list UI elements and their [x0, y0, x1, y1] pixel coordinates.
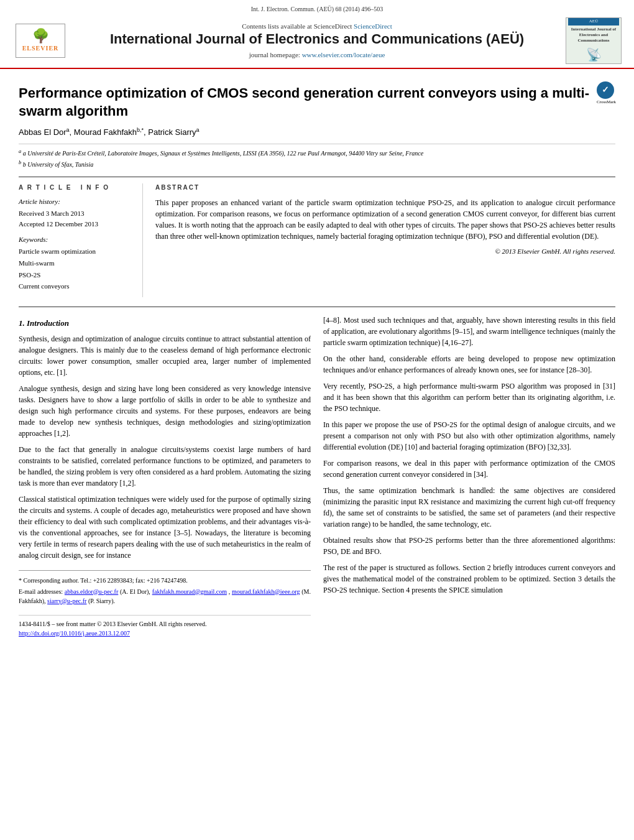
elsevier-tree-icon: 🌳: [32, 29, 49, 43]
email-siarry-name: (P. Siarry).: [88, 598, 115, 604]
affil-b-sup: b: [19, 160, 21, 165]
footnote-corresponding: * Corresponding author. Tel.: +216 22893…: [19, 576, 311, 585]
affil-a-sup: a: [19, 149, 21, 154]
author-eldor: Abbas El Dor: [19, 128, 67, 137]
article-title: Performance optimization of CMOS second …: [19, 85, 590, 120]
cover-journal-name: International Journal of Electronics and…: [568, 27, 619, 44]
journal-homepage: journal homepage: www.elsevier.com/locat…: [75, 50, 559, 60]
right-para-1: [4–8]. Most used such techniques and tha…: [323, 315, 615, 348]
keyword-3: PSO-2S: [19, 269, 133, 281]
article-accepted: Accepted 12 December 2013: [19, 219, 133, 230]
article-info-col: A R T I C L E I N F O Article history: R…: [19, 183, 143, 297]
elsevier-wordmark: ELSEVIER: [22, 44, 59, 53]
issn-text: 1434-8411/$ – see front matter © 2013 El…: [19, 619, 206, 629]
article-received: Received 3 March 2013: [19, 208, 133, 219]
footnote-area: * Corresponding author. Tel.: +216 22893…: [19, 570, 311, 606]
journal-cover-image: AEÜ International Journal of Electronics…: [566, 17, 622, 64]
affil-b: b b University of Sfax, Tunisia: [19, 159, 615, 169]
author-eldor-sup: a: [67, 127, 70, 133]
journal-title: International Journal of Electronics and…: [75, 31, 559, 47]
right-para-7: Obtained results show that PSO-2S perfor…: [323, 535, 615, 557]
right-para-5: For comparison reasons, we deal in this …: [323, 458, 615, 480]
author-fakhfakh: Mourad Fakhfakh: [74, 128, 137, 137]
left-column: 1. Introduction Synthesis, design and op…: [19, 315, 311, 638]
intro-para-1: Synthesis, design and optimization of an…: [19, 333, 311, 378]
right-para-2: On the other hand, considerable efforts …: [323, 353, 615, 376]
doi-bottom-link[interactable]: http://dx.doi.org/10.1016/j.aeue.2013.12…: [19, 630, 130, 637]
article-info-abstract: A R T I C L E I N F O Article history: R…: [19, 177, 615, 297]
right-para-3: Very recently, PSO-2S, a high performanc…: [323, 381, 615, 414]
abstract-text: This paper proposes an enhanced variant …: [155, 197, 615, 242]
affil-a: a a Université de Paris-Est Créteil, Lab…: [19, 148, 615, 158]
intro-para-2: Analogue synthesis, design and sizing ha…: [19, 383, 311, 439]
affil-a-text: a Université de Paris-Est Créteil, Labor…: [23, 150, 424, 157]
right-column: [4–8]. Most used such techniques and tha…: [323, 315, 615, 638]
email-link-fakhfakh[interactable]: fakhfakh.mourad@gmail.com: [152, 588, 227, 595]
bottom-bar: 1434-8411/$ – see front matter © 2013 El…: [19, 615, 311, 629]
authors-line: Abbas El Dora, Mourad Fakhfakhb,*, Patri…: [19, 126, 615, 139]
keywords-list: Particle swarm optimization Multi-swarm …: [19, 246, 133, 292]
abstract-label: ABSTRACT: [155, 183, 615, 192]
doi-bottom: http://dx.doi.org/10.1016/j.aeue.2013.12…: [19, 629, 311, 638]
email-link-siarry[interactable]: siarry@u-pec.fr: [47, 598, 86, 604]
copyright-line: © 2013 Elsevier GmbH. All rights reserve…: [155, 247, 615, 256]
elsevier-logo-box: 🌳 ELSEVIER: [16, 24, 65, 58]
email-link-fakhfakh2[interactable]: mourad.fakhfakh@ieee.org: [232, 588, 300, 595]
footnote-email: E-mail addresses: abbas.eldor@u-pec.fr (…: [19, 587, 311, 606]
cover-icon: 📡: [586, 46, 602, 63]
right-para-6: Thus, the same optimization benchmark is…: [323, 485, 615, 530]
doi-text: Int. J. Electron. Commun. (AEÜ) 68 (2014…: [251, 6, 383, 12]
right-para-4: In this paper we propose the use of PSO-…: [323, 419, 615, 453]
main-content: 1. Introduction Synthesis, design and op…: [19, 307, 615, 638]
journal-header: Int. J. Electron. Commun. (AEÜ) 68 (2014…: [0, 0, 634, 69]
elsevier-logo: 🌳 ELSEVIER: [12, 24, 68, 58]
article-history-label: Article history:: [19, 197, 133, 206]
keywords-label: Keywords:: [19, 235, 133, 244]
journal-title-center: Contents lists available at ScienceDirec…: [68, 22, 566, 60]
keyword-1: Particle swarm optimization: [19, 246, 133, 257]
affil-b-text: b University of Sfax, Tunisia: [23, 161, 94, 168]
email-eldor-name: (A. El Dor),: [120, 588, 152, 595]
article-history-group: Article history: Received 3 March 2013 A…: [19, 197, 133, 230]
author-siarry: Patrick Siarry: [148, 128, 196, 137]
header-inner: 🌳 ELSEVIER Contents lists available at S…: [12, 17, 622, 68]
intro-title: 1. Introduction: [19, 317, 311, 330]
email-label: E-mail addresses:: [19, 588, 63, 595]
sciencedirect-anchor[interactable]: ScienceDirect: [354, 22, 392, 30]
author-siarry-sup: a: [196, 127, 200, 133]
crossmark-circle: ✓: [597, 81, 614, 99]
keywords-group: Keywords: Particle swarm optimization Mu…: [19, 235, 133, 292]
keyword-4: Current conveyors: [19, 280, 133, 292]
right-para-8: The rest of the paper is structured as f…: [323, 562, 615, 596]
homepage-url[interactable]: www.elsevier.com/locate/aeue: [302, 51, 385, 58]
article-body: Performance optimization of CMOS second …: [0, 69, 634, 650]
affiliations: a a Université de Paris-Est Créteil, Lab…: [19, 144, 615, 170]
article-info-label: A R T I C L E I N F O: [19, 183, 133, 192]
sciencedirect-link: Contents lists available at ScienceDirec…: [75, 22, 559, 31]
page-wrapper: Int. J. Electron. Commun. (AEÜ) 68 (2014…: [0, 0, 634, 650]
author-fakhfakh-sup: b,*: [137, 127, 144, 133]
cover-top-bar: AEÜ: [568, 18, 619, 25]
sciencedirect-text: Contents lists available at ScienceDirec…: [242, 22, 352, 30]
intro-para-3: Due to the fact that generally in analog…: [19, 444, 311, 489]
keyword-2: Multi-swarm: [19, 257, 133, 269]
abstract-col: ABSTRACT This paper proposes an enhanced…: [155, 183, 615, 297]
homepage-label: journal homepage:: [249, 51, 302, 58]
intro-para-4: Classical statistical optimization techn…: [19, 494, 311, 561]
crossmark-label: CrossMark: [597, 99, 615, 106]
doi-line: Int. J. Electron. Commun. (AEÜ) 68 (2014…: [12, 5, 622, 14]
crossmark-logo: ✓ CrossMark: [597, 81, 615, 100]
email-link-eldor[interactable]: abbas.eldor@u-pec.fr: [65, 588, 118, 595]
